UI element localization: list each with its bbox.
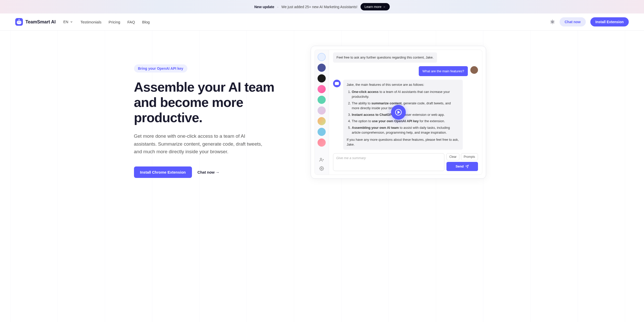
assistant-avatar-8[interactable] [318,128,326,136]
sun-icon[interactable] [550,19,555,24]
user-avatar [470,66,478,74]
assistant-avatar-5[interactable] [318,96,326,104]
assistant-avatar-1[interactable] [318,53,326,61]
assistant-sidebar [315,50,329,175]
gear-icon[interactable] [319,165,325,172]
nav-testimonials[interactable]: Testimonials [81,20,102,24]
hero-section: Bring your OpenAI API key Assemble your … [119,31,526,194]
banner-bold: New update [254,5,274,9]
feature-item: The ability to summarize content, genera… [352,101,459,111]
install-chrome-button[interactable]: Install Chrome Extension [134,166,192,178]
feature-item: The option to use your own OpenAI API ke… [352,119,459,124]
assistant-avatar-3[interactable] [318,74,326,82]
svg-point-9 [320,158,322,160]
svg-line-7 [551,23,551,23]
nav-blog[interactable]: Blog [142,20,150,24]
logo-link[interactable]: TeamSmart AI [15,18,56,26]
assistant-avatar-9[interactable] [318,138,326,147]
play-icon [395,109,402,116]
hero-subtitle: Get more done with one-click access to a… [134,132,266,156]
announcement-banner: New update · We just added 25+ new AI Ma… [0,0,644,13]
language-selector[interactable]: EN [63,20,73,24]
play-button[interactable] [391,105,406,120]
send-button[interactable]: Send [446,162,478,171]
assistant-avatar-2[interactable] [318,64,326,72]
prompts-button[interactable]: Prompts [461,153,478,160]
assistant-reply-avatar [333,80,341,87]
learn-more-button[interactable]: Learn more → [361,3,390,10]
msg2-intro: Jake, the main features of this service … [347,82,459,87]
chat-input[interactable] [333,153,445,171]
assistant-avatar-6[interactable] [318,106,326,115]
nav-pricing[interactable]: Pricing [109,20,120,24]
brand-name: TeamSmart AI [25,19,56,25]
chat-now-nav-button[interactable]: Chat now [560,17,586,26]
logo-icon [15,18,23,26]
send-label: Send [456,164,464,168]
banner-message: We just added 25+ new AI Marketing Assis… [281,5,357,9]
add-user-icon[interactable] [319,157,325,163]
feature-item: Assembling your own AI team to assist wi… [352,125,459,135]
svg-line-8 [553,20,554,21]
svg-point-0 [551,21,553,23]
svg-marker-16 [398,111,399,113]
chat-preview-card: Feel free to ask any further questions r… [311,46,486,179]
chevron-down-icon [70,20,73,23]
hero-title: Assemble your AI team and become more pr… [134,80,276,125]
chat-now-link[interactable]: Chat now → [198,170,220,174]
feature-item: One-click access to a team of AI assista… [352,89,459,99]
assistant-avatar-7[interactable] [318,117,326,125]
banner-separator: · [277,5,278,9]
user-message: What are the main features? [419,66,468,76]
clear-button[interactable]: Clear [446,153,459,160]
assistant-message-1: Feel free to ask any further questions r… [333,52,437,63]
assistant-avatar-4[interactable] [318,85,326,93]
install-nav-button[interactable]: Install Extension [590,17,629,26]
send-icon [465,165,469,168]
api-key-badge: Bring your OpenAI API key [134,64,187,73]
svg-line-3 [551,20,551,21]
main-nav: TeamSmart AI EN Testimonials Pricing FAQ… [0,13,644,31]
nav-faq[interactable]: FAQ [127,20,135,24]
svg-line-4 [553,23,554,23]
language-label: EN [63,20,68,24]
msg2-outro: If you have any more questions about the… [347,137,459,147]
svg-point-12 [321,168,322,169]
